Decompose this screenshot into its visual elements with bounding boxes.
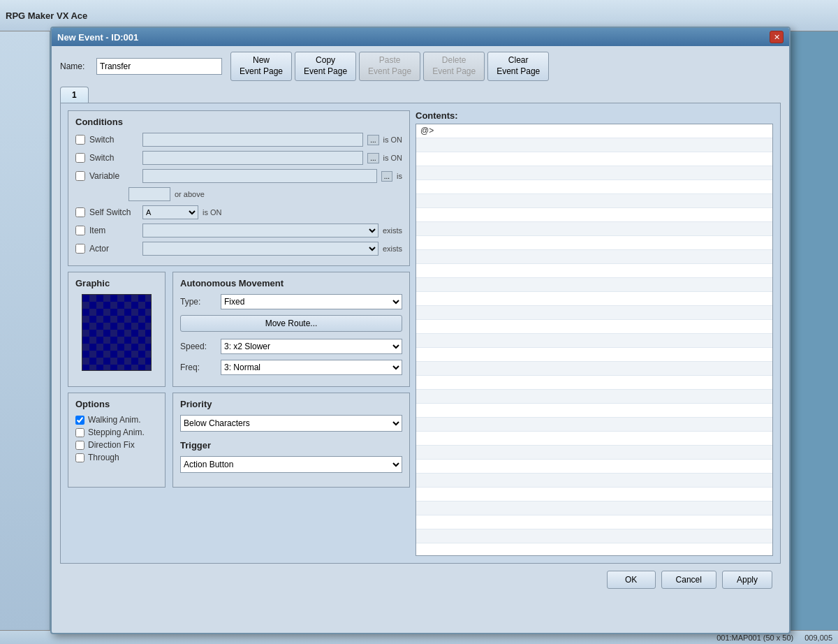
contents-row-26: [416, 474, 772, 488]
graphic-movement-row: Graphic Autonomous Movement Type: Fixed …: [68, 272, 410, 387]
contents-row-28: [416, 502, 772, 515]
new-event-page-button[interactable]: New Event Page: [230, 52, 292, 81]
priority-select[interactable]: Below Characters Same as Characters Abov…: [180, 415, 402, 432]
speed-label: Speed:: [180, 342, 215, 351]
or-above-row: or above: [128, 187, 402, 201]
switch1-dots-btn[interactable]: ...: [367, 135, 378, 145]
actor-select[interactable]: [142, 242, 378, 256]
contents-row-17: [416, 348, 772, 362]
actor-row: Actor exists: [75, 242, 402, 256]
stepping-anim-row: Stepping Anim.: [75, 427, 158, 437]
contents-row-27: [416, 488, 772, 502]
type-label: Type:: [180, 297, 215, 307]
through-row: Through: [75, 453, 158, 462]
delete-event-page-button[interactable]: Delete Event Page: [423, 52, 485, 81]
selfswitch-suffix: is ON: [203, 208, 222, 217]
contents-row-21: [416, 404, 772, 418]
name-input[interactable]: [96, 58, 222, 75]
switch2-dots-btn[interactable]: ...: [367, 153, 378, 163]
switch1-label: Switch: [89, 135, 138, 145]
contents-row-24: [416, 446, 772, 460]
contents-row-18: [416, 362, 772, 376]
tab-bar: 1: [60, 87, 781, 103]
priority-title: Priority: [180, 399, 402, 409]
switch2-row: Switch ... is ON: [75, 151, 402, 165]
direction-fix-row: Direction Fix: [75, 440, 158, 450]
selfswitch-checkbox[interactable]: [75, 207, 85, 217]
switch2-input[interactable]: [142, 151, 363, 165]
contents-row-22: [416, 418, 772, 432]
cancel-button[interactable]: Cancel: [661, 571, 716, 589]
variable-dots-btn[interactable]: ...: [381, 171, 392, 182]
walking-anim-checkbox[interactable]: [75, 416, 84, 425]
dialog-footer: OK Cancel Apply: [60, 564, 781, 594]
actor-suffix: exists: [383, 244, 402, 253]
copy-event-page-button[interactable]: Copy Event Page: [295, 52, 356, 81]
switch2-checkbox[interactable]: [75, 153, 85, 163]
stepping-anim-checkbox[interactable]: [75, 428, 84, 437]
contents-row-3: [416, 152, 772, 166]
variable-checkbox[interactable]: [75, 171, 85, 181]
contents-row-7: [416, 208, 772, 222]
contents-row-5: [416, 180, 772, 194]
switch1-suffix: is ON: [383, 136, 403, 144]
contents-row-9: [416, 236, 772, 250]
paste-event-page-button[interactable]: Paste Event Page: [359, 52, 420, 81]
direction-fix-checkbox[interactable]: [75, 441, 84, 450]
through-checkbox[interactable]: [75, 453, 84, 462]
variable-input[interactable]: [142, 169, 377, 183]
contents-row-6: [416, 194, 772, 208]
apply-button[interactable]: Apply: [722, 571, 772, 589]
contents-row-30: [416, 529, 772, 543]
contents-row-4: [416, 166, 772, 180]
item-label: Item: [89, 226, 138, 235]
contents-area[interactable]: @>: [416, 124, 773, 556]
contents-row-8: [416, 222, 772, 236]
selfswitch-label: Self Switch: [89, 207, 138, 217]
dialog-titlebar: New Event - ID:001 ✕: [52, 28, 789, 46]
contents-row-25: [416, 460, 772, 474]
options-box: Options Walking Anim. Stepping Anim. Dir…: [68, 393, 166, 488]
name-toolbar-row: Name: New Event Page Copy Event Page Pas…: [60, 52, 781, 81]
walking-anim-row: Walking Anim.: [75, 415, 158, 425]
movement-freq-row: Freq: 1: Lowest 2: Lower 3: Normal 4: Hi…: [180, 360, 402, 375]
switch2-suffix: is ON: [383, 154, 403, 162]
type-select[interactable]: Fixed Random Approach Custom: [221, 294, 402, 309]
trigger-select[interactable]: Action Button Player Touch Event Touch A…: [180, 456, 402, 473]
contents-row-16: [416, 334, 772, 348]
actor-label: Actor: [89, 244, 138, 254]
selfswitch-row: Self Switch ABCD is ON: [75, 205, 402, 219]
movement-title: Autonomous Movement: [180, 278, 402, 288]
name-label: Name:: [60, 61, 88, 71]
speed-select[interactable]: 1: x8 Slower 2: x4 Slower 3: x2 Slower 4…: [221, 339, 402, 354]
dialog-body: Name: New Event Page Copy Event Page Pas…: [52, 46, 789, 600]
switch1-row: Switch ... is ON: [75, 133, 402, 147]
dialog-title: New Event - ID:001: [57, 32, 138, 43]
move-route-button[interactable]: Move Route...: [180, 315, 402, 332]
freq-select[interactable]: 1: Lowest 2: Lower 3: Normal 4: Higher 5…: [221, 360, 402, 375]
item-checkbox[interactable]: [75, 226, 85, 235]
freq-label: Freq:: [180, 363, 215, 372]
item-select[interactable]: [142, 224, 378, 237]
variable-value-input[interactable]: [128, 187, 170, 201]
close-button[interactable]: ✕: [770, 31, 784, 43]
ok-button[interactable]: OK: [607, 571, 656, 589]
stepping-anim-label: Stepping Anim.: [88, 427, 145, 437]
tab-1[interactable]: 1: [60, 87, 89, 103]
left-section: Conditions Switch ... is ON Switch: [68, 110, 410, 556]
item-suffix: exists: [383, 226, 402, 235]
actor-checkbox[interactable]: [75, 244, 85, 254]
movement-box: Autonomous Movement Type: Fixed Random A…: [172, 272, 410, 387]
contents-row-2: [416, 138, 772, 152]
contents-row-23: [416, 432, 772, 446]
switch1-checkbox[interactable]: [75, 135, 85, 145]
options-title: Options: [75, 399, 158, 409]
contents-row-19: [416, 376, 772, 390]
graphic-image[interactable]: [82, 294, 152, 371]
selfswitch-select[interactable]: ABCD: [142, 205, 198, 219]
clear-event-page-button[interactable]: Clear Event Page: [487, 52, 549, 81]
switch1-input[interactable]: [142, 133, 363, 147]
through-label: Through: [88, 453, 119, 462]
status-coords: 009,005: [804, 634, 832, 642]
priority-trigger-box: Priority Below Characters Same as Charac…: [172, 393, 410, 488]
